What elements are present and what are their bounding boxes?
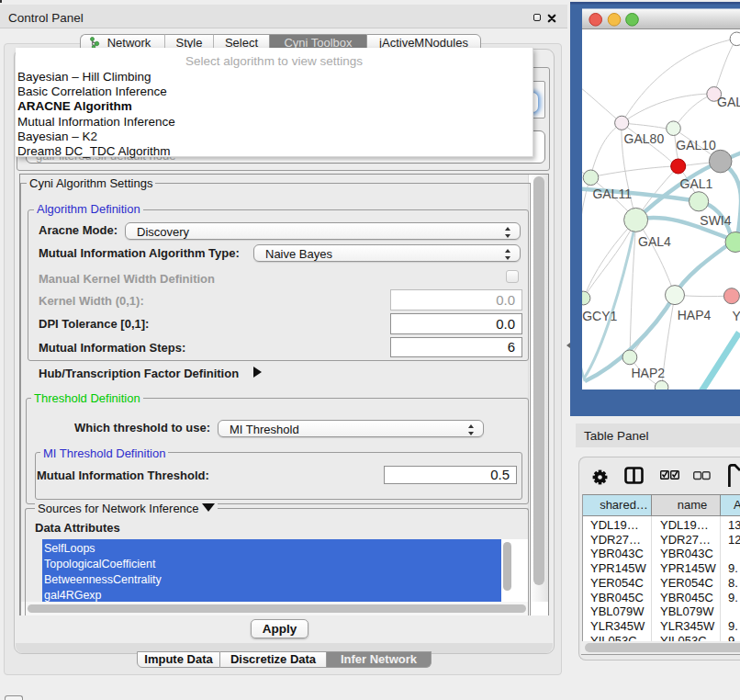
svg-text:GAL11: GAL11 <box>592 186 632 201</box>
svg-text:HAP4: HAP4 <box>678 308 712 322</box>
svg-text:SWI4: SWI4 <box>700 213 731 228</box>
svg-text:HAP2: HAP2 <box>632 366 666 380</box>
svg-text:GAL1: GAL1 <box>680 176 713 191</box>
svg-text:GAL4: GAL4 <box>638 234 671 249</box>
svg-text:GAL80: GAL80 <box>624 131 665 146</box>
svg-text:GAL10: GAL10 <box>676 138 716 152</box>
svg-text:GCY1: GCY1 <box>582 309 617 323</box>
svg-text:Y: Y <box>733 309 740 323</box>
svg-text:GAL: GAL <box>717 95 740 109</box>
